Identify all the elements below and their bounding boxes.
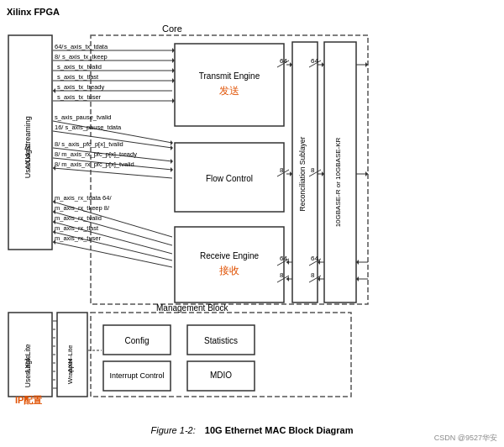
svg-rect-5 — [175, 227, 284, 302]
svg-rect-102 — [187, 361, 255, 391]
svg-line-37 — [53, 158, 172, 170]
transmit-label: Transmit Engine — [199, 71, 260, 81]
svg-text:64: 64 — [280, 255, 287, 262]
svg-marker-35 — [171, 159, 173, 164]
svg-marker-29 — [171, 140, 173, 145]
recon-label: Reconciliation Sublayer — [298, 136, 307, 211]
svg-marker-89 — [286, 276, 289, 281]
svg-marker-63 — [322, 62, 324, 67]
svg-line-91 — [277, 276, 289, 282]
svg-text:m_axis_rx_tvalid: m_axis_rx_tvalid — [55, 214, 102, 222]
svg-line-31 — [53, 131, 172, 148]
core-label: Core — [162, 24, 182, 34]
svg-line-28 — [53, 121, 172, 143]
svg-marker-69 — [290, 171, 292, 176]
svg-marker-9 — [172, 48, 175, 53]
svg-text:s_axis_pause_tvalid: s_axis_pause_tvalid — [55, 113, 112, 121]
svg-line-65 — [309, 60, 321, 67]
watermark: CSDN @9527华安 — [434, 433, 497, 444]
svg-marker-47 — [53, 209, 55, 214]
svg-marker-73 — [322, 171, 324, 176]
interrupt-label: Interrupt Control — [109, 371, 164, 380]
svg-text:m_axis_rx_tuser: m_axis_rx_tuser — [55, 234, 102, 242]
stats-label: Statistics — [204, 336, 238, 345]
svg-line-43 — [53, 202, 172, 237]
svg-marker-79 — [286, 260, 289, 265]
svg-text:m_axis_rx_tdata 64/: m_axis_rx_tdata 64/ — [55, 194, 112, 202]
svg-text:8: 8 — [280, 166, 284, 174]
svg-marker-56 — [53, 239, 55, 245]
top-label: Xilinx FPGA — [7, 7, 497, 17]
svg-rect-3 — [175, 44, 284, 126]
svg-rect-99 — [103, 325, 171, 355]
svg-text:64/: 64/ — [55, 43, 64, 50]
svg-text:Wrapper: Wrapper — [66, 358, 74, 384]
svg-text:s_axis_tx_tdata: s_axis_tx_tdata — [64, 43, 108, 50]
svg-rect-103 — [8, 313, 52, 397]
svg-marker-59 — [290, 62, 292, 67]
svg-rect-7 — [324, 42, 356, 302]
svg-marker-93 — [318, 276, 320, 281]
receive-chinese: 接收 — [219, 265, 239, 276]
transmit-chinese: 发送 — [219, 85, 239, 97]
svg-rect-0 — [91, 35, 368, 304]
ip-config-label: IP配置 — [15, 395, 42, 405]
mdio-label: MDIO — [210, 371, 232, 380]
svg-line-81 — [277, 259, 289, 266]
svg-text:s_axis_tx_tvalid: s_axis_tx_tvalid — [57, 63, 102, 71]
svg-rect-4 — [175, 143, 284, 212]
svg-text:64: 64 — [280, 57, 287, 65]
receive-label: Receive Engine — [200, 251, 259, 260]
axi-lite-user-label: AXI4-Lite — [24, 344, 32, 373]
svg-text:s_axis_tx_tlast: s_axis_tx_tlast — [57, 73, 99, 81]
svg-line-75 — [309, 170, 321, 176]
svg-text:m_axis_rx_tlast: m_axis_rx_tlast — [55, 224, 99, 232]
svg-text:8: 8 — [311, 271, 315, 279]
svg-rect-101 — [103, 361, 171, 391]
axi-lite-wrapper-label: AXI4-Lite — [66, 344, 74, 372]
svg-line-71 — [277, 170, 289, 176]
svg-text:8: 8 — [311, 166, 315, 174]
axi-stream-label: AXI4-Streaming — [24, 116, 32, 170]
svg-marker-23 — [53, 88, 55, 93]
svg-rect-98 — [91, 313, 351, 397]
svg-text:8/ m_axis_rx_pfc_p[x]_tvalid: 8/ m_axis_rx_pfc_p[x]_tvalid — [55, 160, 134, 168]
svg-rect-1 — [8, 35, 52, 250]
svg-marker-38 — [171, 167, 173, 172]
svg-marker-41 — [53, 166, 55, 171]
svg-line-34 — [53, 148, 172, 161]
svg-text:s_axis_tx_tready: s_axis_tx_tready — [57, 83, 105, 91]
svg-text:64: 64 — [311, 57, 318, 65]
svg-line-40 — [53, 168, 172, 178]
svg-text:s_axis_tx_tuser: s_axis_tx_tuser — [57, 93, 102, 101]
svg-rect-100 — [187, 325, 255, 355]
svg-marker-26 — [172, 98, 175, 103]
mgmt-label: Management Block — [156, 303, 229, 313]
svg-rect-6 — [292, 42, 318, 302]
svg-text:m_axis_rx_tkeep 8/: m_axis_rx_tkeep 8/ — [55, 204, 110, 212]
gbase-label: 10GBASE-R or 10GBASE-KR — [334, 137, 342, 227]
svg-text:s_axis_tx_tkeep: s_axis_tx_tkeep — [62, 53, 108, 60]
flow-control-label: Flow Control — [206, 174, 253, 183]
caption-title: 10G Ethernet MAC Block Diagram — [205, 425, 354, 435]
svg-text:8/ s_axis_pfc_p[x]_tvalid: 8/ s_axis_pfc_p[x]_tvalid — [55, 140, 123, 148]
svg-line-85 — [309, 259, 321, 266]
svg-marker-20 — [172, 78, 175, 83]
svg-rect-105 — [57, 313, 87, 397]
svg-text:UserLogic: UserLogic — [24, 144, 32, 178]
svg-marker-97 — [356, 276, 359, 281]
svg-marker-17 — [172, 68, 175, 73]
svg-marker-32 — [171, 145, 173, 150]
svg-marker-83 — [318, 260, 320, 265]
svg-line-49 — [53, 222, 172, 254]
svg-marker-77 — [365, 171, 368, 176]
svg-marker-67 — [365, 62, 368, 67]
svg-marker-44 — [53, 199, 55, 204]
svg-marker-50 — [53, 219, 55, 224]
svg-marker-87 — [356, 260, 359, 265]
svg-marker-53 — [53, 229, 55, 234]
svg-text:8: 8 — [280, 271, 284, 279]
svg-line-55 — [53, 242, 172, 267]
svg-text:UserLogic: UserLogic — [24, 355, 32, 387]
caption-fig: Figure 1-2: — [151, 425, 196, 435]
